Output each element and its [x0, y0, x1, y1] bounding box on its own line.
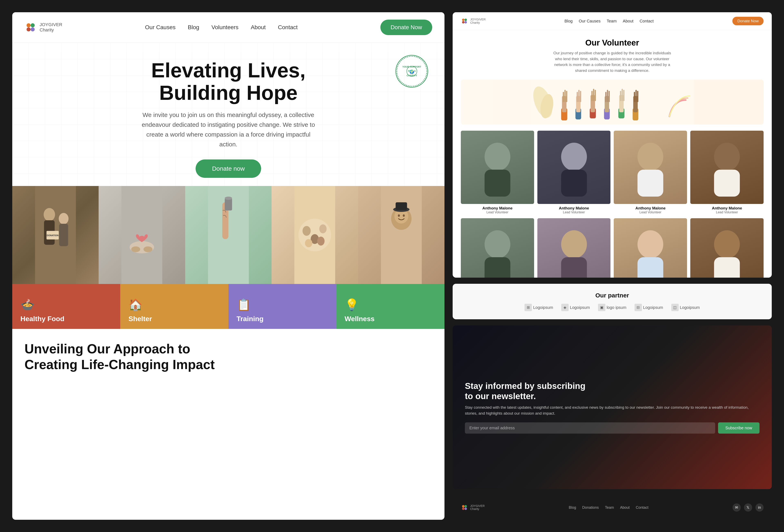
- svg-rect-58: [591, 91, 592, 101]
- svg-rect-54: [578, 90, 580, 102]
- nav-about[interactable]: About: [251, 24, 265, 30]
- social-icon-twitter[interactable]: 𝕏: [744, 503, 752, 511]
- hero-description: We invite you to join us on this meaning…: [136, 110, 320, 149]
- svg-point-93: [465, 505, 467, 507]
- volunteer-role-2: Lead Volunteer: [537, 211, 611, 214]
- partner-logo-icon-5: ◫: [671, 304, 679, 311]
- svg-rect-68: [620, 91, 621, 101]
- category-shelter[interactable]: 🏠 Shelter: [120, 284, 228, 329]
- logo-text: JOYGIVER Charity: [39, 22, 62, 33]
- volunteer-photo-2: [537, 131, 611, 204]
- newsletter-content: Stay informed by subscribing to our news…: [465, 381, 759, 434]
- right-logo-text: JOYGIVER Charity: [470, 18, 486, 25]
- svg-point-82: [714, 143, 740, 171]
- newsletter-submit-button[interactable]: Subscribe now: [718, 422, 759, 433]
- right-nav-our-causes[interactable]: Our Causes: [579, 19, 601, 23]
- volunteer-photo-4: [690, 131, 763, 204]
- svg-point-13: [59, 213, 68, 224]
- nav-donate-button[interactable]: Donate Now: [381, 20, 432, 35]
- svg-point-30: [305, 239, 312, 247]
- svg-rect-14: [59, 224, 68, 246]
- svg-point-19: [131, 246, 140, 252]
- svg-rect-75: [637, 91, 638, 102]
- svg-rect-89: [638, 257, 663, 278]
- right-donate-button[interactable]: Donate Now: [732, 17, 763, 25]
- footer-link-contact[interactable]: Contact: [636, 505, 648, 509]
- svg-rect-55: [580, 91, 581, 102]
- social-icon-email[interactable]: ✉: [732, 503, 741, 511]
- photo-strip: DONATION: [12, 186, 445, 284]
- photo-figure-5: [358, 186, 445, 284]
- hands-image: [461, 80, 763, 124]
- hero-donate-button[interactable]: Donate now: [196, 160, 261, 178]
- svg-text:DONATION: DONATION: [47, 234, 59, 236]
- volunteer-card-5: Anthony Malone Volunteer: [461, 218, 534, 278]
- footer-link-team[interactable]: Team: [605, 505, 614, 509]
- nav-our-causes[interactable]: Our Causes: [145, 24, 175, 30]
- right-nav-team[interactable]: Team: [607, 19, 617, 23]
- right-panel: JOYGIVER Charity Blog Our Causes Team Ab…: [453, 12, 772, 520]
- footer-link-donations[interactable]: Donations: [582, 505, 599, 509]
- footer-links: Blog Donations Team About Contact: [569, 505, 648, 510]
- social-icon-linkedin[interactable]: in: [755, 503, 763, 511]
- category-training[interactable]: 📋 Training: [228, 284, 336, 329]
- right-nav-contact[interactable]: Contact: [640, 19, 654, 23]
- right-nav-blog[interactable]: Blog: [564, 19, 573, 23]
- volunteer-grid-row1: Anthony Malone Lead Volunteer Anthony Ma…: [461, 131, 763, 214]
- footer-link-blog[interactable]: Blog: [569, 505, 576, 509]
- volunteer-photo-8: [690, 218, 763, 278]
- healthy-food-icon: 🍲: [21, 298, 35, 311]
- svg-rect-81: [638, 170, 663, 197]
- nav-blog[interactable]: Blog: [188, 24, 199, 30]
- volunteer-section: Our Volunteer Our journey of positive ch…: [453, 30, 772, 278]
- categories-section: 🍲 Healthy Food 🏠 Shelter 📋 Training 💡 We…: [12, 284, 445, 329]
- footer-logo-text: JOYGIVER Charity: [470, 504, 485, 511]
- volunteer-card-7: Anthony Malone Volunteer: [614, 218, 687, 278]
- logo[interactable]: JOYGIVER Charity: [25, 21, 62, 33]
- svg-rect-23: [225, 198, 232, 211]
- partner-logo-2: ◈ Logoipsum: [561, 304, 590, 311]
- svg-point-1: [31, 23, 35, 27]
- svg-point-78: [561, 143, 587, 171]
- volunteer-figure-1: [468, 138, 527, 197]
- volunteer-card-6: Anthony Malone Volunteer: [537, 218, 611, 278]
- right-logo-icon: [461, 17, 468, 25]
- footer-social: ✉ 𝕏 in: [732, 503, 763, 511]
- svg-rect-83: [714, 170, 740, 197]
- volunteer-photo-3: [614, 131, 687, 204]
- right-nav-about[interactable]: About: [623, 19, 633, 23]
- right-logo[interactable]: JOYGIVER Charity: [461, 17, 486, 25]
- svg-rect-38: [395, 202, 407, 210]
- hero-content: Elevating Lives, Building Hope We invite…: [25, 59, 432, 178]
- nav-contact[interactable]: Contact: [278, 24, 298, 30]
- bottom-heading: Unveiling Our Approach to Creating Life-…: [25, 341, 432, 372]
- nav-volunteers[interactable]: Volunteers: [212, 24, 239, 30]
- svg-point-20: [143, 246, 152, 252]
- svg-point-0: [27, 23, 31, 27]
- partner-logo-icon-3: ▣: [598, 304, 605, 311]
- footer-link-about[interactable]: About: [620, 505, 629, 509]
- svg-rect-59: [593, 89, 594, 101]
- footer-logo-icon: [461, 504, 468, 511]
- volunteer-figure-5: [468, 226, 527, 278]
- category-healthy-food[interactable]: 🍲 Healthy Food: [12, 284, 120, 329]
- newsletter-section: Stay informed by subscribing to our news…: [453, 326, 772, 489]
- newsletter-email-input[interactable]: [465, 422, 715, 433]
- volunteer-photo-7: [614, 218, 687, 278]
- volunteer-figure-2: [545, 138, 603, 197]
- hero-section: Elevating Lives, Building Hope We invite…: [12, 43, 445, 186]
- svg-rect-74: [635, 90, 637, 102]
- svg-point-3: [31, 27, 35, 31]
- photo-figure-2: [99, 186, 185, 284]
- partner-title: Our partner: [595, 292, 629, 299]
- category-wellness[interactable]: 💡 Wellness: [336, 284, 445, 329]
- volunteer-figure-8: [698, 226, 756, 278]
- photo-strip-item-5: [358, 186, 445, 284]
- volunteer-photo-1: [461, 131, 534, 204]
- volunteer-figure-3: [621, 138, 680, 197]
- svg-point-90: [714, 230, 740, 258]
- logo-icon: [25, 21, 37, 33]
- svg-point-84: [484, 230, 510, 258]
- main-nav: JOYGIVER Charity Our Causes Blog Volunte…: [12, 12, 445, 43]
- svg-rect-48: [563, 92, 564, 102]
